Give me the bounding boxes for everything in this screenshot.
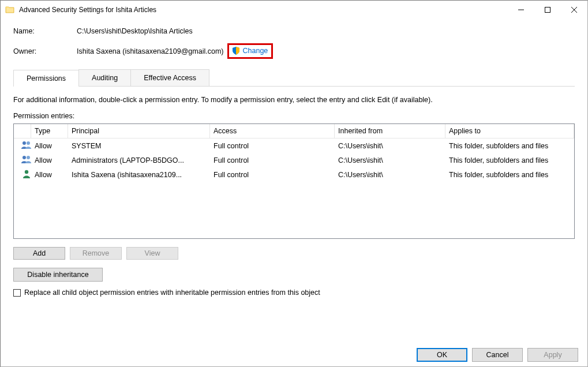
tab-effective-access[interactable]: Effective Access (130, 69, 209, 86)
svg-point-8 (25, 170, 28, 174)
dialog-footer: OK Cancel Apply (1, 343, 587, 366)
shield-icon (231, 46, 241, 55)
svg-point-5 (27, 141, 30, 145)
name-label: Name: (13, 27, 77, 35)
change-highlight: Change (227, 43, 274, 59)
instruction-text: For additional information, double-click… (13, 96, 575, 104)
tab-permissions[interactable]: Permissions (13, 70, 79, 87)
svg-point-4 (23, 141, 26, 145)
row-icon-cell (14, 168, 31, 181)
owner-row: Owner: Ishita Saxena (ishitasaxena2109@g… (13, 43, 575, 59)
row-principal: Administrators (LAPTOP-B5DGO... (68, 156, 210, 165)
owner-value: Ishita Saxena (ishitasaxena2109@gmail.co… (77, 47, 224, 55)
owner-label: Owner: (13, 47, 77, 55)
tab-auditing[interactable]: Auditing (78, 69, 131, 86)
view-button: View (126, 247, 178, 260)
row-applies: This folder, subfolders and files (445, 156, 574, 165)
window-controls (508, 1, 587, 19)
th-icon[interactable] (14, 124, 31, 138)
svg-rect-1 (545, 8, 550, 13)
row-inherited: C:\Users\ishit\ (335, 170, 445, 179)
entries-label: Permission entries: (13, 112, 575, 120)
th-inherited[interactable]: Inherited from (335, 124, 445, 138)
row-applies: This folder, subfolders and files (445, 141, 574, 151)
table-row[interactable]: AllowSYSTEMFull controlC:\Users\ishit\Th… (14, 138, 574, 153)
row-type: Allow (31, 170, 68, 179)
row-type: Allow (31, 141, 68, 151)
tab-strip: Permissions Auditing Effective Access (13, 69, 575, 87)
th-type[interactable]: Type (31, 124, 68, 138)
change-link[interactable]: Change (243, 47, 268, 55)
permission-table[interactable]: Type Principal Access Inherited from App… (13, 123, 575, 239)
th-principal[interactable]: Principal (68, 124, 210, 138)
maximize-button[interactable] (534, 1, 561, 19)
table-row[interactable]: AllowIshita Saxena (ishitasaxena2109...F… (14, 167, 574, 182)
minimize-button[interactable] (508, 1, 534, 19)
folder-icon (5, 5, 14, 14)
close-button[interactable] (561, 1, 587, 19)
row-access: Full control (210, 170, 335, 179)
cancel-button[interactable]: Cancel (472, 348, 523, 362)
row-icon-cell (14, 154, 31, 166)
name-value: C:\Users\ishit\Desktop\Ishita Articles (77, 27, 193, 35)
row-inherited: C:\Users\ishit\ (335, 156, 445, 165)
apply-button: Apply (527, 348, 578, 362)
table-body: AllowSYSTEMFull controlC:\Users\ishit\Th… (14, 138, 574, 182)
row-access: Full control (210, 141, 335, 151)
entry-actions: Add Remove View (13, 247, 575, 260)
th-applies[interactable]: Applies to (445, 124, 574, 138)
table-header: Type Principal Access Inherited from App… (14, 124, 574, 138)
name-row: Name: C:\Users\ishit\Desktop\Ishita Arti… (13, 27, 575, 35)
replace-checkbox[interactable] (13, 289, 21, 297)
window-title: Advanced Security Settings for Ishita Ar… (19, 6, 508, 14)
svg-point-6 (23, 156, 26, 159)
th-access[interactable]: Access (210, 124, 335, 138)
row-applies: This folder, subfolders and files (445, 170, 574, 179)
disable-inheritance-button[interactable]: Disable inheritance (13, 268, 103, 282)
row-icon-cell (14, 140, 31, 152)
add-button[interactable]: Add (13, 247, 65, 260)
row-principal: Ishita Saxena (ishitasaxena2109... (68, 170, 210, 179)
ok-button[interactable]: OK (417, 348, 467, 362)
table-row[interactable]: AllowAdministrators (LAPTOP-B5DGO...Full… (14, 153, 574, 167)
content-area: Name: C:\Users\ishit\Desktop\Ishita Arti… (1, 19, 587, 297)
row-access: Full control (210, 156, 335, 165)
row-type: Allow (31, 156, 68, 165)
svg-point-7 (27, 156, 30, 159)
remove-button: Remove (70, 247, 122, 260)
row-principal: SYSTEM (68, 141, 210, 151)
titlebar: Advanced Security Settings for Ishita Ar… (1, 1, 587, 19)
replace-checkbox-label: Replace all child object permission entr… (24, 289, 320, 297)
row-inherited: C:\Users\ishit\ (335, 141, 445, 151)
replace-checkbox-row[interactable]: Replace all child object permission entr… (13, 289, 575, 297)
